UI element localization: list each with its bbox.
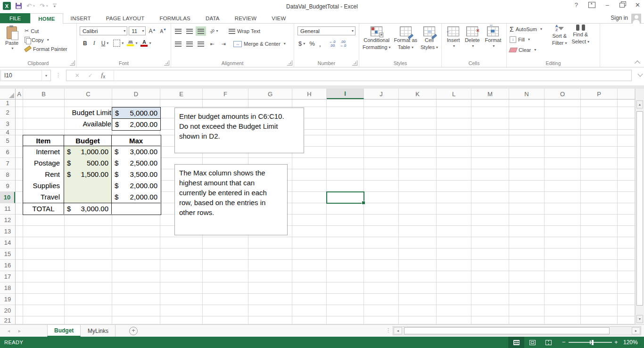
tab-home[interactable]: HOME xyxy=(30,13,63,24)
zoom-slider-handle[interactable] xyxy=(592,340,594,345)
row-header-6[interactable]: 6 xyxy=(0,147,15,158)
format-as-table-button[interactable]: Format as Table▾ xyxy=(394,26,418,50)
name-box-dropdown-icon[interactable]: ▾ xyxy=(41,70,50,81)
enter-check-icon[interactable]: ✓ xyxy=(88,72,93,79)
orientation-button[interactable]: ab▾ xyxy=(207,26,221,36)
row-header-13[interactable]: 13 xyxy=(0,226,15,237)
column-header-E[interactable]: E xyxy=(160,89,203,99)
row-header-10[interactable]: 10 xyxy=(0,192,15,203)
page-break-view-button[interactable] xyxy=(540,337,556,348)
close-button[interactable]: ✕ xyxy=(635,2,640,8)
row-header-8[interactable]: 8 xyxy=(0,169,15,181)
row-header-15[interactable]: 15 xyxy=(0,249,15,260)
row-header-17[interactable]: 17 xyxy=(0,271,15,282)
selected-cell-i10[interactable] xyxy=(326,191,364,204)
font-color-button[interactable]: A▾ xyxy=(140,40,151,47)
font-size-combo[interactable]: 11▾ xyxy=(129,26,146,35)
column-header-F[interactable]: F xyxy=(203,89,248,99)
customize-qat-button[interactable]: ▾ xyxy=(53,4,57,8)
row-header-1[interactable]: 1 xyxy=(0,99,15,107)
scroll-up-icon[interactable]: ▲ xyxy=(636,100,643,108)
row-header-5[interactable]: 5 xyxy=(0,135,15,147)
underline-button[interactable]: U▾ xyxy=(100,40,110,47)
bold-button[interactable]: B xyxy=(82,40,89,47)
column-header-I[interactable]: I xyxy=(327,89,364,99)
sheet-nav-right-icon[interactable]: ► xyxy=(17,329,28,333)
row-header-2[interactable]: 2 xyxy=(0,107,15,118)
sheet-nav-arrows[interactable]: ◄► xyxy=(7,329,28,333)
vertical-scrollbar-thumb[interactable] xyxy=(636,111,643,306)
restore-button[interactable] xyxy=(619,3,625,8)
sheet-nav-left-icon[interactable]: ◄ xyxy=(7,329,17,333)
column-header-B[interactable]: B xyxy=(23,89,65,99)
decrease-decimal-button[interactable]: .00→.0 xyxy=(340,40,347,48)
insert-function-icon[interactable]: fx xyxy=(101,71,106,79)
table-row-item[interactable]: Rent xyxy=(23,169,64,180)
horizontal-scrollbar-thumb[interactable] xyxy=(404,327,610,334)
conditional-formatting-button[interactable]: ≠ Conditional Formatting▾ xyxy=(363,26,391,50)
row-header-7[interactable]: 7 xyxy=(0,158,15,169)
zoom-in-button[interactable]: + xyxy=(614,339,618,346)
align-middle-button[interactable] xyxy=(184,26,195,36)
column-header-A[interactable]: A xyxy=(16,89,23,99)
table-row-budget[interactable] xyxy=(64,191,112,203)
instructions-textbox[interactable]: Enter budget amounts in C6:C10. Do not e… xyxy=(174,108,304,153)
cell-styles-button[interactable]: Cell Styles▾ xyxy=(421,26,438,50)
merge-center-button[interactable]: ↔Merge & Center▾ xyxy=(233,41,286,47)
fill-button[interactable]: ↓Fill▾ xyxy=(510,35,542,44)
tab-data[interactable]: DATA xyxy=(198,13,227,23)
column-header-K[interactable]: K xyxy=(399,89,437,99)
copy-button[interactable]: Copy▾ xyxy=(25,35,67,44)
row-header-20[interactable]: 20 xyxy=(0,305,15,316)
name-box[interactable]: I10 ▾ xyxy=(0,70,51,81)
column-header-J[interactable]: J xyxy=(364,89,399,99)
column-header-O[interactable]: O xyxy=(545,89,581,99)
zoom-out-button[interactable]: − xyxy=(562,339,566,346)
tab-page-layout[interactable]: PAGE LAYOUT xyxy=(99,13,152,23)
undo-button[interactable]: ↶▾ xyxy=(26,3,35,9)
align-top-button[interactable] xyxy=(173,26,183,36)
increase-indent-button[interactable]: ⇥ xyxy=(218,39,229,49)
column-header-P[interactable]: P xyxy=(581,89,618,99)
percent-style-button[interactable]: % xyxy=(309,40,315,47)
number-format-combo[interactable]: General▾ xyxy=(297,26,355,35)
column-header-D[interactable]: D xyxy=(112,89,160,99)
align-left-button[interactable] xyxy=(173,39,183,49)
cell-d2-budget-limit-value[interactable]: $5,000.00 xyxy=(112,108,160,119)
table-header-budget[interactable]: Budget xyxy=(64,135,112,146)
normal-view-button[interactable] xyxy=(508,337,524,348)
cut-button[interactable]: ✂Cut xyxy=(25,26,67,35)
row-header-9[interactable]: 9 xyxy=(0,181,15,192)
comma-style-button[interactable]: , xyxy=(319,40,321,48)
minimize-button[interactable]: – xyxy=(606,2,609,8)
vertical-scrollbar[interactable]: ▲ ▼ xyxy=(635,89,644,324)
borders-button[interactable]: ▾ xyxy=(113,40,124,47)
horizontal-scrollbar[interactable]: ◄ ► xyxy=(393,326,641,335)
collapse-ribbon-icon[interactable] xyxy=(635,60,640,66)
sign-in-link[interactable]: Sign in xyxy=(611,15,628,21)
find-select-button[interactable]: Find & Select▾ xyxy=(571,25,589,46)
sheet-tab-budget[interactable]: Budget xyxy=(47,325,81,337)
new-sheet-button[interactable]: + xyxy=(129,327,138,335)
cell-c3-available-label[interactable]: Available xyxy=(25,118,112,130)
cell-c2-budget-limit-label[interactable]: Budget Limit xyxy=(25,107,112,118)
decrease-indent-button[interactable]: ⇤ xyxy=(207,39,217,49)
help-button[interactable]: ? xyxy=(575,2,578,8)
table-total-max[interactable] xyxy=(112,203,160,214)
table-row-budget[interactable]: $500.00 xyxy=(64,157,112,169)
row-header-3[interactable]: 3 xyxy=(0,118,15,130)
column-header-C[interactable]: C xyxy=(65,89,112,99)
zoom-level[interactable]: 120% xyxy=(623,339,638,346)
sheet-tab-mylinks[interactable]: MyLinks xyxy=(81,325,116,337)
alignment-dialog-launcher-icon[interactable] xyxy=(287,60,292,66)
page-layout-view-button[interactable] xyxy=(524,337,540,348)
paste-button[interactable]: Paste ▾ xyxy=(2,26,22,58)
table-row-max[interactable]: $3,000.00 xyxy=(112,146,160,157)
table-row-item[interactable]: Internet xyxy=(23,146,64,157)
font-dialog-launcher-icon[interactable] xyxy=(164,60,169,66)
format-painter-button[interactable]: Format Painter xyxy=(25,44,67,53)
table-row-budget[interactable] xyxy=(64,180,112,191)
select-all-corner[interactable] xyxy=(0,89,16,99)
tab-formulas[interactable]: FORMULAS xyxy=(152,13,198,23)
sheet-body[interactable]: Budget Limit Available $5,000.00 $2,000.… xyxy=(16,99,635,324)
